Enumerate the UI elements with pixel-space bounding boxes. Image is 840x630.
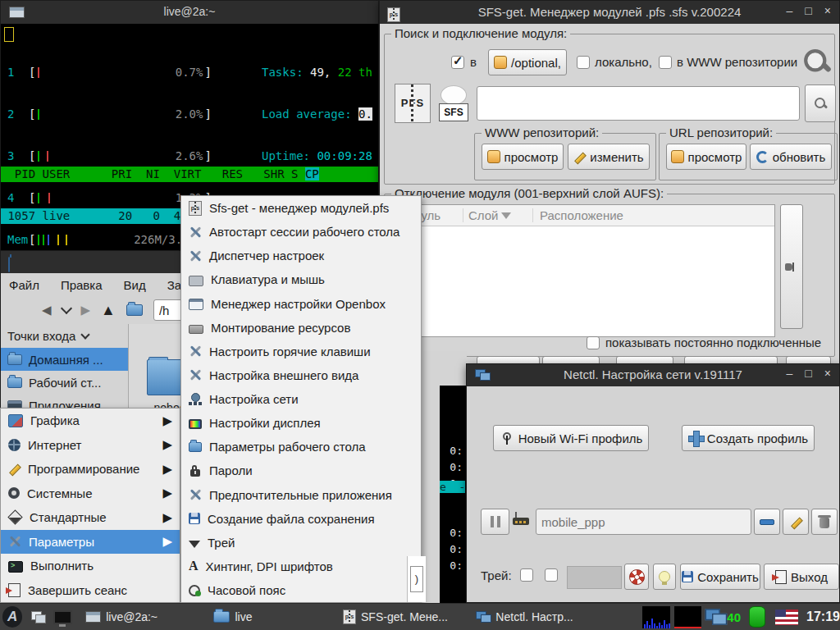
column-layer[interactable]: Слой: [463, 208, 533, 222]
menu-item-accessories[interactable]: Стандартные▶: [1, 505, 180, 530]
menu-item-settings[interactable]: Параметры▶: [1, 530, 180, 555]
tray-label: Трей:: [481, 568, 512, 582]
submenu-item-settings-manager[interactable]: Диспетчер настроек: [181, 244, 421, 267]
optional-button[interactable]: /optional,: [488, 49, 567, 75]
module-table[interactable]: Модуль Слой Расположение: [391, 204, 775, 337]
minus-icon: [760, 519, 774, 525]
pause-button[interactable]: [481, 509, 509, 535]
netctl-titlebar[interactable]: Netctl. Настройка сети v.191117 – □ ×: [467, 364, 839, 386]
menu-item-graphics[interactable]: Графика▶: [1, 409, 180, 433]
trash-icon: [819, 518, 829, 528]
process-table-header[interactable]: PID USER PRI NI VIRT RES SHR S CP: [1, 167, 378, 182]
network-tray-icon[interactable]: [705, 609, 725, 625]
menu-view[interactable]: Вид: [124, 278, 146, 292]
keyboard-icon: [189, 276, 203, 286]
gear-icon: [8, 487, 20, 499]
submenu-item-mount[interactable]: Монтирование ресурсов: [181, 316, 421, 340]
up-icon[interactable]: ▲: [101, 302, 116, 319]
tray-checkbox-2[interactable]: [545, 568, 558, 582]
submenu-arrow-icon: ▶: [162, 534, 172, 549]
maximize-button[interactable]: □: [805, 4, 811, 17]
submenu-item-tray[interactable]: Трей: [181, 531, 421, 555]
search-button[interactable]: [805, 84, 836, 122]
module-search-input[interactable]: [477, 86, 800, 121]
home-button[interactable]: [126, 304, 143, 316]
places-header[interactable]: Точки входа: [1, 324, 128, 348]
detach-button[interactable]: [780, 204, 803, 329]
cpu-graph[interactable]: [642, 606, 671, 628]
submenu-item-passwords[interactable]: Пароли: [181, 459, 421, 482]
save-button[interactable]: Сохранить: [680, 564, 760, 590]
network-icon: [476, 611, 491, 623]
minimize-button[interactable]: –: [787, 4, 793, 17]
profile-name-input[interactable]: [536, 509, 751, 535]
delete-profile-button[interactable]: [811, 509, 838, 535]
minimize-button[interactable]: –: [787, 367, 793, 380]
submenu-item-timezone[interactable]: Часовой пояс: [181, 578, 421, 602]
back-icon[interactable]: ◀: [42, 303, 52, 317]
submenu-item-display[interactable]: Настройки дисплея: [181, 411, 421, 435]
sfs-titlebar[interactable]: pfs SFS-get. Менеджер модулей .pfs .sfs …: [380, 1, 839, 24]
keyboard-layout-flag[interactable]: [775, 609, 798, 625]
taskbar-button-netctl[interactable]: Netctl. Настр...: [469, 606, 594, 628]
help-button[interactable]: [624, 564, 649, 590]
submenu-item-preferred-apps[interactable]: Предпочтительные приложения: [181, 483, 421, 507]
sidebar-item-desktop[interactable]: Рабочий ст...: [1, 371, 128, 394]
submenu-item-openbox[interactable]: Менеджер настройки Openbox: [181, 292, 421, 316]
search-icon: [802, 48, 830, 75]
url-view-button[interactable]: просмотр: [666, 144, 746, 170]
www-label: в WWW репозитории: [677, 55, 797, 69]
new-wifi-profile-button[interactable]: Новый Wi-Fi профиль: [493, 425, 649, 451]
sfs-badge: SFS: [436, 84, 472, 121]
remove-profile-button[interactable]: [754, 509, 780, 535]
submenu-item-network[interactable]: Настройка сети: [181, 387, 421, 411]
graphics-icon: [8, 414, 23, 427]
url-refresh-button[interactable]: обновить: [750, 144, 832, 170]
submenu-item-sfs-get[interactable]: pfsSfs-get - менеджер модулей.pfs: [181, 196, 421, 220]
submenu-item-savefile[interactable]: Создание файла сохранения: [181, 507, 421, 531]
show-permanent-checkbox[interactable]: [587, 336, 600, 349]
close-button[interactable]: ×: [824, 4, 831, 17]
menu-item-internet[interactable]: Интернет▶: [1, 433, 180, 458]
submenu-item-keyboard-mouse[interactable]: Клавиатура и мышь: [181, 267, 421, 291]
edit-profile-button[interactable]: [783, 509, 809, 535]
submenu-item-desktop-prefs[interactable]: Параметры рабочего стола: [181, 435, 421, 459]
chevron-down-icon[interactable]: [60, 303, 71, 314]
exit-button[interactable]: Выход: [764, 564, 839, 590]
battery-icon[interactable]: [749, 606, 765, 628]
start-menu-icon[interactable]: A: [2, 606, 22, 628]
show-desktop-icon[interactable]: [53, 610, 72, 624]
search-in-checkbox[interactable]: [451, 56, 464, 69]
sidebar-item-home[interactable]: Домашняя ...: [1, 348, 128, 371]
hint-button[interactable]: [653, 564, 676, 590]
clock[interactable]: 17:19: [806, 609, 840, 624]
network-graph[interactable]: [674, 606, 701, 628]
submenu-item-autostart[interactable]: Автостарт сессии рабочего стола: [181, 220, 421, 244]
menu-file[interactable]: Файл: [9, 278, 39, 292]
cpu-meter-2: 2 [2.0%]: [7, 107, 212, 122]
submenu-item-hotkeys[interactable]: Настроить горячие клавиши: [181, 340, 421, 363]
www-checkbox[interactable]: [659, 56, 672, 69]
search-group-legend: Поиск и подключение модуля:: [391, 26, 570, 40]
menu-item-system[interactable]: Системные▶: [1, 482, 180, 506]
submenu-item-appearance[interactable]: Настройка внешнего вида: [181, 363, 421, 387]
close-button[interactable]: ×: [824, 367, 831, 380]
column-location[interactable]: Расположение: [533, 208, 774, 222]
forward-icon[interactable]: ▶: [81, 303, 91, 317]
terminal-titlebar[interactable]: live@2a:~: [1, 1, 378, 24]
taskbar-button-filemanager[interactable]: live: [207, 606, 328, 628]
local-checkbox[interactable]: [577, 56, 590, 69]
taskbar-button-terminal[interactable]: live@2a:~: [79, 606, 192, 628]
submenu-item-hinting[interactable]: AХинтинг, DPI шрифтов: [181, 555, 421, 578]
create-profile-button[interactable]: Создать профиль: [682, 425, 815, 451]
menu-item-logout[interactable]: Завершить сеанс: [1, 578, 180, 603]
taskbar-button-sfs-get[interactable]: pfsSFS-get. Мене...: [336, 606, 461, 628]
www-edit-button[interactable]: изменить: [568, 144, 650, 170]
www-view-button[interactable]: просмотр: [482, 144, 564, 170]
pager-icon[interactable]: [31, 611, 45, 623]
menu-edit[interactable]: Правка: [61, 278, 103, 292]
menu-item-programming[interactable]: Программирование▶: [1, 457, 180, 482]
maximize-button[interactable]: □: [805, 367, 811, 380]
tray-checkbox-1[interactable]: [520, 568, 533, 582]
menu-item-run[interactable]: Выполнить: [1, 554, 180, 578]
